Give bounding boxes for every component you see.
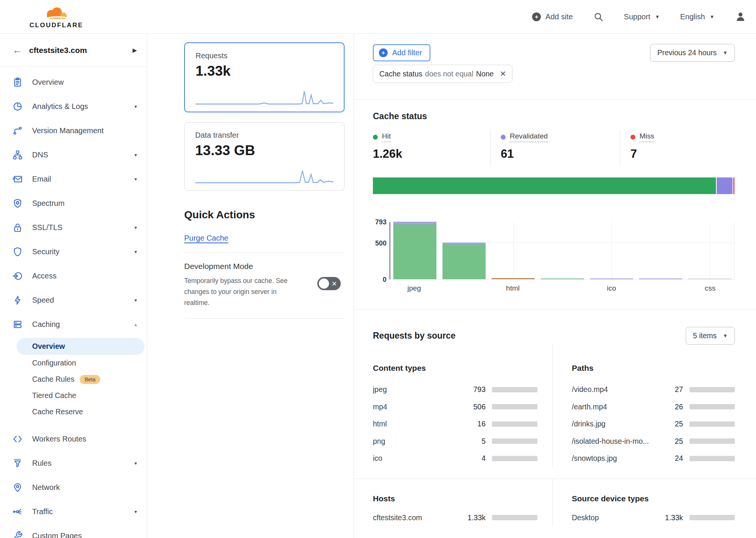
revalidated-label[interactable]: Revalidated [510,132,548,142]
content-types-column: Content types jpeg 793 mp4 506 html 16 [373,345,553,467]
chart-bar-segment [639,278,682,279]
revalidated-dot-icon [501,135,506,140]
progress-bar [689,421,735,427]
stat-hit: Hit 1.26k [373,130,490,166]
path-row[interactable]: /drinks.jpg 25 [572,415,735,433]
plot-column: jpeghtmlicocss [390,222,735,292]
sidebar-item-access[interactable]: Access [0,264,147,288]
support-menu[interactable]: Support ▼ [624,12,660,21]
site-header: ← cftestsite3.com ▶ [0,34,147,67]
sidebar-subitem-cache-reserve[interactable]: Cache Reserve [17,404,144,420]
chart-bar-slot [489,222,538,279]
sidebar-nav: Overview Analytics & Logs ▾ Version Mana… [0,67,147,538]
divider [184,318,345,319]
sidebar-item-ssl-tls[interactable]: SSL/TLS ▾ [0,215,147,239]
chart-bar[interactable] [590,278,633,279]
add-filter-button[interactable]: + Add filter [373,44,430,61]
code-brackets-icon [12,434,23,444]
clipboard-icon [12,77,23,87]
filter-field: Cache status [379,70,422,78]
content-type-row[interactable]: png 5 [373,433,537,450]
shield-icon [12,247,23,257]
wrench-icon [12,531,23,538]
path-row[interactable]: /video.mp4 27 [572,381,735,398]
host-row[interactable]: cftestsite3.com 1.33k [373,509,537,527]
sidebar-item-caching[interactable]: Caching ▴ [0,312,147,336]
hit-segment[interactable] [373,177,716,194]
time-range-dropdown[interactable]: Previous 24 hours ▼ [650,44,735,62]
remove-filter-icon[interactable]: ✕ [500,69,506,78]
purge-cache-link[interactable]: Purge Cache [184,234,228,243]
progress-bar [492,515,537,520]
sidebar-item-email[interactable]: Email ▾ [0,167,147,191]
language-menu[interactable]: English ▼ [680,12,714,21]
divider [184,252,345,253]
add-site-button[interactable]: + Add site [532,12,573,21]
sidebar-subitem-configuration[interactable]: Configuration [17,355,144,371]
path-row[interactable]: /earth.mp4 26 [572,398,735,416]
chevron-right-icon[interactable]: ▶ [132,47,137,54]
content-type-row[interactable]: mp4 506 [373,398,537,416]
sidebar-item-spectrum[interactable]: Spectrum [0,191,147,215]
content-type-row[interactable]: jpeg 793 [373,381,537,398]
hit-label[interactable]: Hit [382,132,391,142]
plus-icon: + [532,12,541,21]
user-account-icon[interactable] [735,11,746,22]
miss-label[interactable]: Miss [640,132,654,142]
miss-dot-icon [630,135,635,140]
chevron-down-icon: ▾ [134,104,137,109]
path-row[interactable]: /snowtops.jpg 24 [572,450,735,467]
sidebar-item-workers-routes[interactable]: Workers Routes [0,427,147,451]
content-type-row[interactable]: ico 4 [373,450,537,467]
sidebar-item-rules[interactable]: Rules ▾ [0,451,147,475]
search-icon[interactable] [593,12,604,22]
miss-segment[interactable] [733,177,734,194]
revalidated-segment[interactable] [716,177,733,194]
x-axis-label: ico [587,284,636,292]
sidebar-subitem-caching-overview[interactable]: Overview [17,338,144,355]
sidebar-subitem-cache-rules[interactable]: Cache Rules Beta [17,371,144,387]
development-mode-toggle[interactable]: ✕ [317,277,341,290]
sidebar-item-network[interactable]: Network [0,475,147,499]
cache-status-stats: Hit 1.26k Revalidated 61 Miss 7 [373,130,735,166]
path-row[interactable]: /isolated-house-in-mo... 25 [572,433,735,450]
chevron-down-icon: ▾ [134,176,137,182]
sidebar-subitem-tiered-cache[interactable]: Tiered Cache [17,387,144,404]
chart-bar[interactable] [639,278,682,279]
sidebar-item-traffic[interactable]: Traffic ▾ [0,499,147,524]
summary-column: Requests 1.33k Data transfer 13.33 GB Qu… [147,34,354,538]
requests-metric-card[interactable]: Requests 1.33k [184,42,345,112]
hosts-column: Hosts cftestsite3.com 1.33k [373,479,553,527]
cache-server-icon [12,319,23,330]
data-transfer-metric-card[interactable]: Data transfer 13.33 GB [184,122,345,191]
analytics-panel: + Add filter Previous 24 hours ▼ Cache s… [354,34,756,538]
sidebar-item-dns[interactable]: DNS ▾ [0,143,147,167]
progress-bar [492,421,537,427]
sidebar-item-analytics-logs[interactable]: Analytics & Logs ▾ [0,94,147,118]
content-type-row[interactable]: html 16 [373,415,537,433]
sidebar-item-version-management[interactable]: Version Management [0,118,147,143]
cloudflare-logo[interactable]: CLOUDFLARE [29,6,83,29]
filter-chip: Cache status does not equal None ✕ [373,65,512,83]
chart-bar[interactable] [541,278,584,279]
device-row[interactable]: Desktop 1.33k [572,509,735,527]
sidebar-item-speed[interactable]: Speed ▾ [0,288,147,312]
chart-bar[interactable] [442,243,486,279]
lightning-icon [12,295,23,305]
padlock-icon [12,222,23,233]
sidebar-item-custom-pages[interactable]: Custom Pages [0,524,147,538]
back-arrow-icon[interactable]: ← [12,44,22,56]
items-count-dropdown[interactable]: 5 items ▼ [686,327,735,345]
login-arrow-icon [12,271,23,281]
chart-bar-slot [439,222,489,279]
hit-dot-icon [373,135,378,140]
sidebar-item-security[interactable]: Security ▾ [0,239,147,264]
y-tick: 500 [375,239,387,247]
toggle-off-x-icon: ✕ [332,280,337,288]
stat-revalidated: Revalidated 61 [490,130,620,166]
chart-bar[interactable] [688,278,731,279]
sidebar-item-overview[interactable]: Overview [0,70,147,94]
chart-bar[interactable] [492,278,535,279]
development-mode-title: Development Mode [184,262,345,271]
chart-bar[interactable] [393,222,436,279]
